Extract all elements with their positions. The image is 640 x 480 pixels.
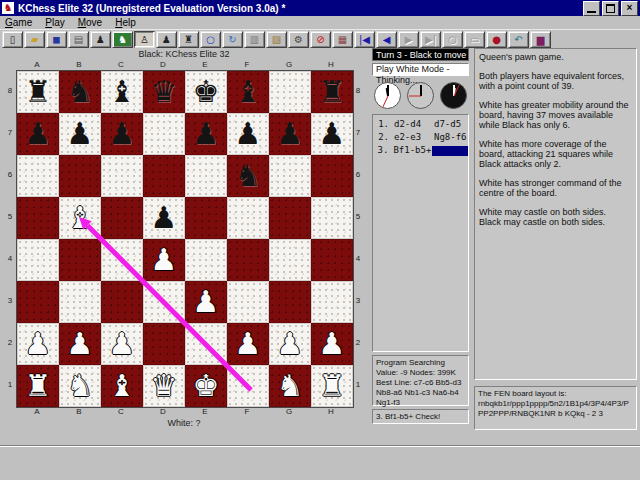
square-h6[interactable] xyxy=(311,155,353,197)
paste-button[interactable]: ▨ xyxy=(266,31,287,48)
square-e7[interactable]: ♟ xyxy=(185,113,227,155)
square-d2[interactable] xyxy=(143,323,185,365)
square-d4[interactable]: ♟ xyxy=(143,239,185,281)
square-h7[interactable]: ♟ xyxy=(311,113,353,155)
white-move[interactable]: d2-d4 xyxy=(394,118,434,131)
square-a4[interactable] xyxy=(17,239,59,281)
square-f1[interactable] xyxy=(227,365,269,407)
restore-button[interactable] xyxy=(602,1,619,16)
black-move[interactable] xyxy=(432,144,468,157)
piece-style-button[interactable]: ♜ xyxy=(178,31,199,48)
square-b1[interactable]: ♞ xyxy=(59,365,101,407)
new-game-button[interactable]: ▯ xyxy=(2,31,23,48)
square-d1[interactable]: ♛ xyxy=(143,365,185,407)
menu-item-help[interactable]: Help xyxy=(115,17,136,28)
copy-button[interactable]: ▥ xyxy=(244,31,265,48)
square-c2[interactable]: ♟ xyxy=(101,323,143,365)
square-d3[interactable] xyxy=(143,281,185,323)
square-a1[interactable]: ♜ xyxy=(17,365,59,407)
move-list[interactable]: 1.d2-d4d7-d52.e2-e3Ng8-f63.Bf1-b5+ xyxy=(372,114,469,352)
no-hint-button[interactable]: ⊘ xyxy=(310,31,331,48)
takeback-button[interactable]: ↶ xyxy=(508,31,529,48)
white-move[interactable]: Bf1-b5+ xyxy=(393,144,432,157)
analyze-button[interactable]: ○ xyxy=(200,31,221,48)
help-book-button[interactable]: ▆ xyxy=(530,31,551,48)
square-a3[interactable] xyxy=(17,281,59,323)
square-c3[interactable] xyxy=(101,281,143,323)
board-style-button[interactable]: ♞ xyxy=(112,31,133,48)
flip-board-button[interactable]: ↻ xyxy=(222,31,243,48)
square-h1[interactable]: ♜ xyxy=(311,365,353,407)
square-c1[interactable]: ♝ xyxy=(101,365,143,407)
close-button[interactable]: × xyxy=(621,1,638,16)
square-h5[interactable] xyxy=(311,197,353,239)
square-g5[interactable] xyxy=(269,197,311,239)
square-e3[interactable]: ♟ xyxy=(185,281,227,323)
square-b7[interactable]: ♟ xyxy=(59,113,101,155)
square-b8[interactable]: ♞ xyxy=(59,71,101,113)
save-game-button[interactable]: ◼ xyxy=(46,31,67,48)
black-move[interactable]: Ng8-f6 xyxy=(434,131,468,144)
square-b6[interactable] xyxy=(59,155,101,197)
square-g6[interactable] xyxy=(269,155,311,197)
square-h3[interactable] xyxy=(311,281,353,323)
square-a7[interactable]: ♟ xyxy=(17,113,59,155)
square-f8[interactable]: ♝ xyxy=(227,71,269,113)
options-button[interactable]: ⚙ xyxy=(288,31,309,48)
square-b3[interactable] xyxy=(59,281,101,323)
square-d5[interactable]: ♟ xyxy=(143,197,185,239)
stop-button[interactable]: ● xyxy=(486,31,507,48)
square-f4[interactable] xyxy=(227,239,269,281)
square-d7[interactable] xyxy=(143,113,185,155)
menu-item-play[interactable]: Play xyxy=(45,17,64,28)
square-b2[interactable]: ♟ xyxy=(59,323,101,365)
hint-move-button[interactable]: ▦ xyxy=(332,31,353,48)
play-white-button[interactable]: ♙ xyxy=(134,31,155,48)
square-g3[interactable] xyxy=(269,281,311,323)
square-g1[interactable]: ♞ xyxy=(269,365,311,407)
square-f2[interactable]: ♟ xyxy=(227,323,269,365)
square-c7[interactable]: ♟ xyxy=(101,113,143,155)
square-f6[interactable]: ♞ xyxy=(227,155,269,197)
square-f7[interactable]: ♟ xyxy=(227,113,269,155)
menu-item-game[interactable]: Game xyxy=(5,17,32,28)
analysis-paragraph: White has stronger command of the centre… xyxy=(479,178,632,198)
square-b4[interactable] xyxy=(59,239,101,281)
square-c5[interactable] xyxy=(101,197,143,239)
prev-move-button[interactable]: ◀ xyxy=(376,31,397,48)
square-f5[interactable] xyxy=(227,197,269,239)
square-c4[interactable] xyxy=(101,239,143,281)
square-d6[interactable] xyxy=(143,155,185,197)
square-g8[interactable] xyxy=(269,71,311,113)
square-c8[interactable]: ♝ xyxy=(101,71,143,113)
square-g2[interactable]: ♟ xyxy=(269,323,311,365)
square-h4[interactable] xyxy=(311,239,353,281)
square-h2[interactable]: ♟ xyxy=(311,323,353,365)
square-e2[interactable] xyxy=(185,323,227,365)
square-h8[interactable]: ♜ xyxy=(311,71,353,113)
square-a2[interactable]: ♟ xyxy=(17,323,59,365)
black-move[interactable]: d7-d5 xyxy=(434,118,468,131)
square-e8[interactable]: ♚ xyxy=(185,71,227,113)
first-move-button[interactable]: |◀ xyxy=(354,31,375,48)
open-game-button[interactable]: ▰ xyxy=(24,31,45,48)
white-move[interactable]: e2-e3 xyxy=(394,131,434,144)
square-e6[interactable] xyxy=(185,155,227,197)
square-e4[interactable] xyxy=(185,239,227,281)
square-a8[interactable]: ♜ xyxy=(17,71,59,113)
print-button[interactable]: ▤ xyxy=(68,31,89,48)
square-d8[interactable]: ♛ xyxy=(143,71,185,113)
square-e5[interactable] xyxy=(185,197,227,239)
edit-position-button[interactable]: ♟ xyxy=(90,31,111,48)
square-a6[interactable] xyxy=(17,155,59,197)
menu-item-move[interactable]: Move xyxy=(78,17,102,28)
play-black-button[interactable]: ♟ xyxy=(156,31,177,48)
square-g4[interactable] xyxy=(269,239,311,281)
square-f3[interactable] xyxy=(227,281,269,323)
square-a5[interactable] xyxy=(17,197,59,239)
square-g7[interactable]: ♟ xyxy=(269,113,311,155)
square-b5[interactable]: ♝ xyxy=(59,197,101,239)
minimize-button[interactable] xyxy=(583,1,600,16)
square-c6[interactable] xyxy=(101,155,143,197)
square-e1[interactable]: ♚ xyxy=(185,365,227,407)
